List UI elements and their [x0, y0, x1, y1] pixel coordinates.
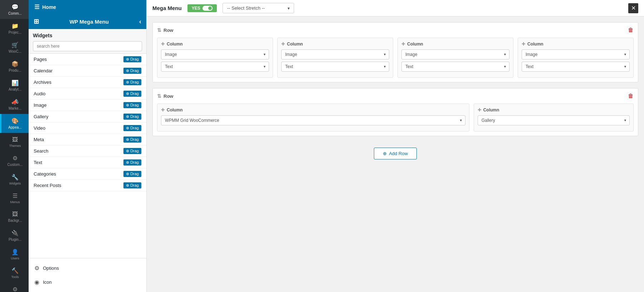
- row-2-delete-button[interactable]: 🗑: [628, 93, 634, 99]
- plugins-icon: 🔌: [11, 230, 19, 236]
- row-2-drag-icon[interactable]: ⇅: [157, 93, 161, 99]
- sidebar-item-marketing[interactable]: 📣 Marke...: [0, 95, 29, 114]
- sidebar-item-settings[interactable]: ⚙ Setting...: [0, 282, 29, 292]
- sidebar-item-users[interactable]: 👤 Users: [0, 245, 29, 264]
- sidebar-item-products[interactable]: 📦 Produ...: [0, 57, 29, 76]
- icon-label: Icon: [43, 279, 52, 285]
- widget-select-image-4[interactable]: Image Text Gallery Video: [522, 49, 630, 59]
- widget-select-text-3[interactable]: Text Image Gallery Video: [401, 62, 509, 72]
- widget-drag-search[interactable]: ⊕ Drag: [123, 148, 141, 154]
- sidebar-label-products: Produ...: [9, 68, 21, 72]
- list-item[interactable]: Audio ⊕ Drag: [29, 88, 146, 100]
- sidebar-label-themes: Themes: [9, 144, 21, 148]
- column-2-widget-1: Image Text Gallery Video: [281, 49, 389, 59]
- sidebar-item-customize[interactable]: ⚙ Custom...: [0, 151, 29, 170]
- toggle-yes-label: YES: [192, 6, 200, 11]
- sidebar-item-projects[interactable]: 📁 Projec...: [0, 19, 29, 38]
- widget-select-text-2[interactable]: Text Image Gallery Video: [281, 62, 389, 72]
- list-item[interactable]: Image ⊕ Drag: [29, 100, 146, 111]
- home-bar: ☰ Home: [29, 0, 146, 14]
- widget-select-wpmm-grid[interactable]: WPMM Grid WooCommerce Image Text Gallery: [161, 115, 465, 125]
- widget-select-image-2[interactable]: Image Text Gallery Video: [281, 49, 389, 59]
- sidebar-item-tools[interactable]: 🔨 Tools: [0, 264, 29, 282]
- widget-drag-calendar[interactable]: ⊕ Drag: [123, 68, 141, 74]
- select-stretch-dropdown[interactable]: -- Select Stretch -- Full Width Column W…: [223, 3, 294, 13]
- widget-drag-meta[interactable]: ⊕ Drag: [123, 137, 141, 143]
- sidebar-item-menus[interactable]: ☰ Menus: [0, 189, 29, 207]
- sidebar-label-appearance: Appea...: [8, 125, 21, 129]
- column-6-header: ✛ Column: [478, 107, 630, 113]
- widget-item-label-text: Text: [34, 160, 42, 165]
- list-item[interactable]: Calendar ⊕ Drag: [29, 65, 146, 77]
- widget-select-wrap: Image Text Gallery Video: [281, 49, 389, 59]
- widget-drag-text[interactable]: ⊕ Drag: [123, 159, 141, 166]
- analytics-icon: 📊: [11, 80, 19, 86]
- widget-item-label-categories: Categories: [34, 171, 56, 177]
- list-item[interactable]: Search ⊕ Drag: [29, 145, 146, 157]
- widget-select-text-1[interactable]: Text Image Gallery Video: [161, 62, 269, 72]
- list-item[interactable]: Pages ⊕ Drag: [29, 54, 146, 65]
- widget-select-image-1[interactable]: Image Text Gallery Video: [161, 49, 269, 59]
- options-item[interactable]: ⚙ Options: [29, 261, 146, 275]
- widget-select-text-4[interactable]: Text Image Gallery Video: [522, 62, 630, 72]
- row-2-header: ⇅ Row 🗑: [157, 93, 634, 99]
- background-icon: 🖼: [12, 211, 18, 217]
- column-1-header: ✛ Column: [161, 42, 269, 47]
- list-item[interactable]: Recent Posts ⊕ Drag: [29, 180, 146, 191]
- sidebar-item-themes[interactable]: 🖼 Themes: [0, 133, 29, 151]
- add-row-label: Add Row: [389, 151, 408, 156]
- widget-drag-video[interactable]: ⊕ Drag: [123, 125, 141, 131]
- projects-icon: 📁: [11, 23, 19, 29]
- widget-drag-categories[interactable]: ⊕ Drag: [123, 171, 141, 177]
- sidebar-label-comments: Comm...: [8, 11, 22, 15]
- widget-drag-pages[interactable]: ⊕ Drag: [123, 56, 141, 62]
- icon-item[interactable]: ◉ Icon: [29, 275, 146, 289]
- widget-select-image-3[interactable]: Image Text Gallery Video: [401, 49, 509, 59]
- widgets-title: Widgets: [33, 33, 142, 38]
- add-row-button[interactable]: ⊕ Add Row: [374, 148, 417, 159]
- list-item[interactable]: Archives ⊕ Drag: [29, 77, 146, 88]
- widgets-search-input[interactable]: [33, 41, 142, 51]
- column-1-drag-icon[interactable]: ✛: [161, 42, 165, 47]
- close-button[interactable]: ✕: [628, 3, 638, 13]
- widget-select-wrap: Text Image Gallery Video: [522, 62, 630, 72]
- sidebar-item-woocommerce[interactable]: 🛒 WooC...: [0, 38, 29, 57]
- widget-item-label-meta: Meta: [34, 137, 44, 142]
- home-bar-title: Home: [42, 4, 56, 10]
- sidebar-item-background[interactable]: 🖼 Backgr...: [0, 207, 29, 226]
- list-item[interactable]: Meta ⊕ Drag: [29, 134, 146, 145]
- widget-select-gallery[interactable]: Gallery Image Text Video: [478, 115, 630, 125]
- sidebar-item-widgets[interactable]: 🔧 Widgets: [0, 170, 29, 189]
- column-4: ✛ Column Image Text Gallery Video: [518, 38, 634, 78]
- column-3: ✛ Column Image Text Gallery Video: [397, 38, 513, 78]
- widget-item-label-search: Search: [34, 148, 48, 154]
- widget-drag-archives[interactable]: ⊕ Drag: [123, 79, 141, 85]
- widgets-icon: 🔧: [11, 174, 19, 181]
- row-2-label: ⇅ Row: [157, 93, 173, 99]
- column-5-drag-icon[interactable]: ✛: [161, 107, 165, 113]
- widget-item-label-archives: Archives: [34, 80, 52, 85]
- column-4-drag-icon[interactable]: ✛: [522, 42, 525, 47]
- widget-drag-gallery[interactable]: ⊕ Drag: [123, 114, 141, 120]
- row-1-delete-button[interactable]: 🗑: [628, 27, 634, 33]
- list-item[interactable]: Categories ⊕ Drag: [29, 168, 146, 180]
- list-item[interactable]: Text ⊕ Drag: [29, 157, 146, 168]
- list-item[interactable]: Gallery ⊕ Drag: [29, 111, 146, 123]
- list-item[interactable]: Video ⊕ Drag: [29, 123, 146, 134]
- widget-drag-audio[interactable]: ⊕ Drag: [123, 91, 141, 97]
- sidebar-item-comments[interactable]: 💬 Comm...: [0, 0, 29, 19]
- sidebar-item-appearance[interactable]: 🎨 Appea...: [0, 114, 29, 133]
- sidebar-collapse-button[interactable]: ‹: [139, 18, 141, 25]
- sidebar-item-analytics[interactable]: 📊 Analyt...: [0, 76, 29, 95]
- column-3-title: Column: [407, 42, 423, 47]
- column-3-drag-icon[interactable]: ✛: [401, 42, 405, 47]
- row-1-drag-icon[interactable]: ⇅: [157, 27, 161, 33]
- sidebar-item-plugins[interactable]: 🔌 Plugin...: [0, 226, 29, 245]
- column-2-drag-icon[interactable]: ✛: [281, 42, 285, 47]
- column-2-header: ✛ Column: [281, 42, 389, 47]
- row-2-title: Row: [164, 94, 173, 99]
- widget-drag-recent-posts[interactable]: ⊕ Drag: [123, 182, 141, 188]
- column-6-drag-icon[interactable]: ✛: [478, 107, 481, 113]
- mega-menu-toggle[interactable]: YES: [187, 4, 217, 12]
- widget-drag-image[interactable]: ⊕ Drag: [123, 102, 141, 108]
